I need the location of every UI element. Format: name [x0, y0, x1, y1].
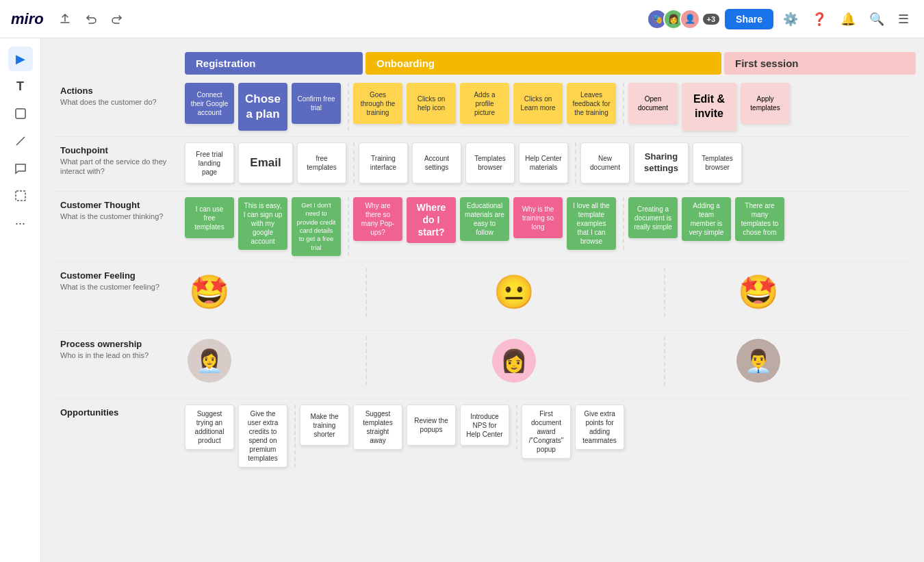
tool-cursor[interactable]: ▶: [8, 47, 33, 71]
menu-icon[interactable]: ☰: [894, 8, 913, 31]
undo-button[interactable]: [81, 9, 101, 29]
action-reg-3[interactable]: Confirm free trial: [292, 83, 341, 124]
phase-onboarding-header: Onboarding: [365, 52, 721, 75]
notifications-icon[interactable]: 🔔: [836, 8, 860, 31]
thought-reg-2[interactable]: This is easy, I can sign up with my goog…: [238, 197, 287, 250]
tool-text[interactable]: T: [8, 74, 33, 99]
opp-first-cells: First document award /"Congrats" popup G…: [522, 405, 624, 459]
actions-label: Actions What does the customer do?: [55, 83, 185, 110]
tool-frame[interactable]: [8, 183, 33, 208]
action-first-3[interactable]: Apply templates: [741, 83, 790, 124]
opp-first-2[interactable]: Give extra points for adding teammates: [575, 405, 624, 450]
action-reg-2[interactable]: Chose a plan: [238, 83, 287, 131]
ownership-label: Process ownership Who is in the lead on …: [55, 336, 185, 363]
thought-reg-cells: I can use free templates This is easy, I…: [185, 197, 349, 256]
touch-reg-2[interactable]: Email: [238, 142, 293, 183]
feeling-onb-emoji: 😐: [489, 268, 539, 317]
thought-first-2[interactable]: Adding a team member is very simple: [682, 197, 731, 241]
touch-onb-3[interactable]: Templates browser: [465, 142, 515, 183]
touch-reg-3[interactable]: free templates: [297, 142, 346, 183]
thought-onb-3[interactable]: Educational materials are easy to follow: [460, 197, 509, 241]
thought-title: Customer Thought: [60, 200, 179, 210]
owner-first-1: 👨‍💼: [734, 336, 783, 385]
thought-onb-4[interactable]: Why is the training so long: [513, 197, 563, 238]
search-icon[interactable]: 🔍: [865, 8, 888, 31]
action-onb-3[interactable]: Adds a profile picture: [460, 83, 509, 124]
touch-onb-4[interactable]: Help Center materials: [519, 142, 568, 183]
thought-first-cells: Creating a document is really simple Add…: [628, 197, 784, 241]
opportunities-row: Opportunities Suggest trying an addition…: [55, 399, 910, 473]
touch-onb-1[interactable]: Training interface: [359, 142, 408, 183]
thought-onb-cells: Why are there so many Pop-ups? Where do …: [353, 197, 624, 250]
svg-rect-2: [16, 191, 25, 201]
thought-row: Customer Thought What is the customer th…: [55, 192, 910, 262]
touch-first-1[interactable]: New document: [580, 142, 630, 183]
touch-first-3[interactable]: Templates browser: [693, 142, 742, 183]
avatar-3: 👤: [680, 9, 700, 29]
feeling-first-emoji: 🤩: [734, 268, 783, 317]
feeling-onb-cells: 😐: [371, 268, 665, 317]
touch-first-2[interactable]: Sharing settings: [634, 142, 689, 183]
action-onb-5[interactable]: Leaves feedback for the training: [567, 83, 616, 124]
actions-subtitle: What does the customer do?: [60, 97, 179, 107]
main-area: ▶ T ··· Registration Onboarding First se…: [0, 38, 924, 562]
avatar-count: +3: [703, 14, 720, 25]
tool-sticky[interactable]: [8, 101, 33, 126]
thought-onb-1[interactable]: Why are there so many Pop-ups?: [353, 197, 402, 241]
touchpoint-title: Touchpoint: [60, 145, 179, 155]
svg-line-1: [16, 137, 25, 145]
ownership-reg-cells: 👩‍💼: [185, 336, 367, 385]
opp-onb-cells: Make the training shorter Suggest templa…: [300, 405, 517, 450]
thought-subtitle: What is the customer thinking?: [60, 212, 179, 221]
toolbar-right: 🎭 👩 👤 +3 Share ⚙️ ❓ 🔔 🔍 ☰: [647, 8, 913, 31]
opp-reg-2[interactable]: Give the user extra credits to spend on …: [238, 405, 287, 468]
phase-registration-header: Registration: [185, 52, 363, 75]
opportunities-label: Opportunities: [55, 405, 185, 422]
thought-onb-2[interactable]: Where do I start?: [407, 197, 456, 243]
action-first-1[interactable]: Open document: [628, 83, 678, 124]
help-icon[interactable]: ❓: [808, 8, 831, 31]
feeling-row: Customer Feeling What is the customer fe…: [55, 262, 910, 331]
actions-title: Actions: [60, 86, 179, 96]
touchpoint-subtitle: What part of the service do they interac…: [60, 157, 179, 177]
thought-reg-1[interactable]: I can use free templates: [185, 197, 234, 238]
tool-more[interactable]: ···: [8, 211, 33, 235]
svg-rect-0: [16, 109, 25, 118]
action-reg-1[interactable]: Connect their Google account: [185, 83, 234, 124]
feeling-subtitle: What is the customer feeling?: [60, 282, 179, 292]
action-onb-2[interactable]: Clicks on help icon: [407, 83, 456, 124]
owner-onb-1: 👩: [489, 336, 539, 385]
tool-comment[interactable]: [8, 156, 33, 181]
touchpoint-row: Touchpoint What part of the service do t…: [55, 137, 910, 192]
opp-onb-4[interactable]: Introduce NPS for Help Center: [460, 405, 509, 446]
canvas[interactable]: Registration Onboarding First session Ac…: [41, 38, 924, 562]
redo-button[interactable]: [107, 9, 127, 29]
ownership-title: Process ownership: [60, 339, 179, 349]
opp-reg-1[interactable]: Suggest trying an additional product: [185, 405, 234, 450]
touch-onb-2[interactable]: Account settings: [412, 142, 461, 183]
touchpoint-first-cells: New document Sharing settings Templates …: [580, 142, 742, 183]
settings-icon[interactable]: ⚙️: [779, 8, 802, 31]
touch-reg-1[interactable]: Free trial landing page: [185, 142, 234, 183]
thought-onb-5[interactable]: I love all the template examples that I …: [567, 197, 616, 250]
opp-onb-1[interactable]: Make the training shorter: [300, 405, 349, 446]
action-onb-4[interactable]: Clicks on Learn more: [513, 83, 563, 124]
thought-reg-3[interactable]: Get I don't need to provide credit card …: [292, 197, 341, 256]
action-first-2[interactable]: Edit & invite: [682, 83, 736, 131]
feeling-reg-emoji: 🤩: [185, 268, 234, 317]
thought-first-1[interactable]: Creating a document is really simple: [628, 197, 678, 238]
upload-button[interactable]: [55, 9, 75, 29]
tool-line[interactable]: [8, 129, 33, 153]
opp-reg-cells: Suggest trying an additional product Giv…: [185, 405, 296, 468]
touchpoint-reg-cells: Free trial landing page Email free templ…: [185, 142, 355, 183]
ownership-row: Process ownership Who is in the lead on …: [55, 331, 910, 399]
share-button[interactable]: Share: [725, 9, 773, 29]
touchpoint-onb-cells: Training interface Account settings Temp…: [359, 142, 576, 183]
actions-onb-cells: Goes through the training Clicks on help…: [353, 83, 624, 124]
thought-first-3[interactable]: There are many templates to chose from: [735, 197, 784, 241]
actions-reg-cells: Connect their Google account Chose a pla…: [185, 83, 349, 131]
opp-onb-2[interactable]: Suggest templates straight away: [353, 405, 402, 450]
opp-onb-3[interactable]: Review the popups: [407, 405, 456, 446]
action-onb-1[interactable]: Goes through the training: [353, 83, 402, 124]
opp-first-1[interactable]: First document award /"Congrats" popup: [522, 405, 571, 459]
